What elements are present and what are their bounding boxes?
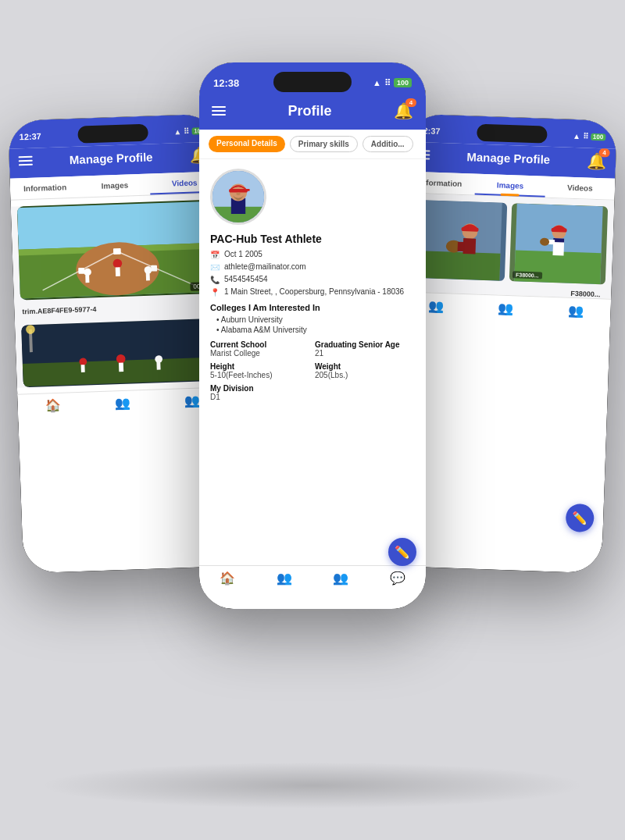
nav-team2-center[interactable]: 👥	[312, 571, 370, 586]
college-1: Auburn University	[216, 315, 415, 324]
nav-home-left[interactable]: 🏠	[17, 397, 88, 415]
height-value: 5-10(Feet-Inches)	[210, 371, 310, 379]
bottom-nav-center: 🏠 👥 👥 💬	[199, 565, 426, 593]
graduating-col: Graduating Senior Age 21	[315, 340, 415, 358]
division-label: My Division	[210, 384, 415, 393]
images-content: F38000... F38000...	[402, 193, 614, 298]
svg-rect-22	[81, 365, 85, 372]
menu-icon-left[interactable]	[19, 156, 33, 166]
shadow	[39, 762, 586, 809]
tab-images-right[interactable]: Images	[475, 174, 545, 198]
profile-content: PAC-Hub Test Athlete 📅 Oct 1 2005 ✉️ ath…	[199, 159, 426, 565]
notif-badge-right: 4	[598, 148, 609, 157]
college-2: Alabama A&M University	[216, 326, 415, 334]
detail-address: 📍 1 Main Street, , Coopersburg, Pennsylv…	[210, 287, 415, 297]
notch-left	[77, 124, 148, 144]
phone-center-inner: 12:38 ▲ ⠿ 100 Profile 🔔 4	[199, 62, 426, 609]
graduating-label: Graduating Senior Age	[315, 340, 415, 349]
phone-icon: 📞	[210, 276, 220, 284]
detail-phone: 📞 5454545454	[210, 275, 415, 284]
notch-center	[273, 72, 352, 92]
current-school-value: Marist College	[210, 349, 310, 358]
tab-images-left[interactable]: Images	[80, 174, 150, 198]
time-center: 12:38	[213, 77, 239, 89]
phone-center: 12:38 ▲ ⠿ 100 Profile 🔔 4	[199, 62, 426, 609]
avatar	[210, 169, 266, 225]
svg-rect-26	[156, 362, 160, 370]
title-right: Manage Profile	[466, 150, 550, 166]
division-value: D1	[210, 393, 415, 401]
division-section: My Division D1	[210, 384, 415, 401]
svg-rect-14	[146, 273, 150, 281]
edit-fab[interactable]: ✏️	[388, 538, 416, 566]
svg-rect-33	[243, 189, 250, 191]
details-grid-2: Height 5-10(Feet-Inches) Weight 205(Lbs.…	[210, 362, 415, 379]
athlete-name: PAC-Hub Test Athlete	[210, 233, 415, 245]
video-thumb-1[interactable]: 00:00	[17, 200, 217, 301]
svg-rect-46	[553, 238, 564, 242]
time-left: 12:37	[19, 131, 41, 141]
svg-rect-10	[116, 267, 120, 276]
detail-dob: 📅 Oct 1 2005	[210, 250, 415, 259]
notif-btn-center[interactable]: 🔔 4	[394, 101, 413, 120]
bottom-nav-left: 🏠 👥 👥	[17, 386, 227, 422]
svg-rect-38	[462, 238, 476, 254]
svg-rect-12	[85, 275, 89, 283]
weight-col: Weight 205(Lbs.)	[315, 362, 415, 379]
weight-label: Weight	[315, 362, 415, 371]
detail-email: ✉️ athlete@mailinator.com	[210, 262, 415, 272]
notif-badge-center: 4	[405, 98, 416, 107]
height-label: Height	[210, 362, 310, 371]
email-icon: ✉️	[210, 263, 220, 272]
phone-right-inner: 12:37 ▲ ⠿ 100 Manage Profile 🔔 4	[392, 114, 617, 574]
svg-rect-24	[119, 362, 123, 372]
chip-additional[interactable]: Additio...	[362, 136, 413, 152]
phone-right: 12:37 ▲ ⠿ 100 Manage Profile 🔔 4	[392, 114, 617, 574]
location-icon: 📍	[210, 288, 220, 297]
svg-rect-47	[552, 228, 567, 233]
svg-rect-41	[458, 242, 464, 251]
tab-videos-right[interactable]: Videos	[545, 176, 615, 200]
app-scene: 12:37 ▲ ⠿ 100 Manage Profile 🔔 4	[0, 0, 625, 840]
nav-home-center[interactable]: 🏠	[199, 571, 256, 586]
images-grid: F38000...	[402, 193, 615, 290]
video-label-1: trim.AE8F4FE9-5977-4	[14, 299, 223, 319]
svg-point-34	[236, 193, 241, 196]
chip-personal-details[interactable]: Personal Details	[209, 136, 285, 152]
notch-right	[477, 124, 548, 144]
nav-team2-right[interactable]: 👥	[471, 299, 541, 316]
svg-rect-39	[461, 227, 478, 232]
nav-team1-center[interactable]: 👥	[256, 571, 313, 586]
details-grid-1: Current School Marist College Graduating…	[210, 340, 415, 358]
status-icons-right: ▲ ⠿ 100	[573, 131, 606, 141]
svg-rect-36	[413, 251, 500, 281]
chip-primary-skills[interactable]: Primary skills	[290, 136, 358, 152]
status-icons-center: ▲ ⠿ 100	[373, 78, 412, 88]
weight-value: 205(Lbs.)	[315, 371, 415, 379]
videos-content: 00:00 trim.AE8F4FE9-5977-4	[11, 199, 227, 387]
image-thumb-2[interactable]: F38000...	[509, 203, 608, 284]
image-label-2: F38000...	[512, 271, 542, 279]
colleges-title: Colleges I Am Interested In	[210, 303, 415, 312]
graduating-value: 21	[315, 349, 415, 358]
nav-chat-center[interactable]: 💬	[370, 571, 427, 586]
height-col: Height 5-10(Feet-Inches)	[210, 362, 310, 379]
edit-fab-right[interactable]: ✏️	[566, 504, 595, 532]
title-left: Manage Profile	[70, 150, 153, 166]
menu-icon-center[interactable]	[212, 106, 226, 116]
title-center: Profile	[288, 103, 331, 119]
tab-information-left[interactable]: Information	[10, 176, 80, 200]
current-school-label: Current School	[210, 340, 310, 349]
calendar-icon: 📅	[210, 251, 220, 259]
profile-chips: Personal Details Primary skills Additio.…	[199, 130, 426, 159]
nav-team3-right[interactable]: 👥	[541, 302, 611, 319]
current-school-col: Current School Marist College	[210, 340, 310, 358]
header-center: Profile 🔔 4	[199, 97, 426, 130]
video-thumb-2[interactable]	[21, 319, 220, 388]
notif-btn-right[interactable]: 🔔 4	[587, 151, 607, 171]
nav-team1-left[interactable]: 👥	[88, 394, 158, 411]
